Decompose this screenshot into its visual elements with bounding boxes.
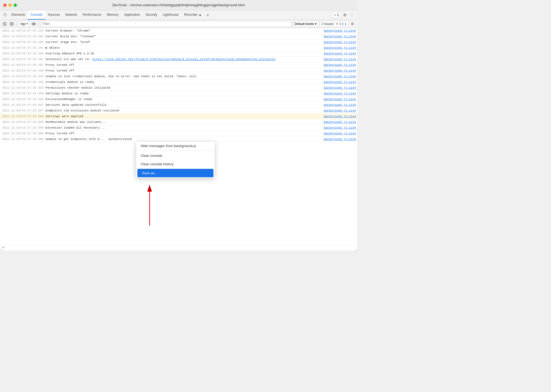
context-menu: Hide messages from background.jsClear co… bbox=[136, 141, 215, 178]
context-menu-item[interactable]: Hide messages from background.js bbox=[136, 142, 215, 150]
context-menu-item[interactable]: Clear console history bbox=[136, 160, 215, 168]
context-menu-separator bbox=[136, 151, 215, 151]
context-menu-overlay: Hide messages from background.jsClear co… bbox=[0, 0, 357, 250]
arrow-indicator bbox=[133, 179, 166, 228]
context-menu-item[interactable]: Clear console bbox=[136, 151, 215, 160]
context-menu-item[interactable]: Save as... bbox=[137, 169, 213, 177]
